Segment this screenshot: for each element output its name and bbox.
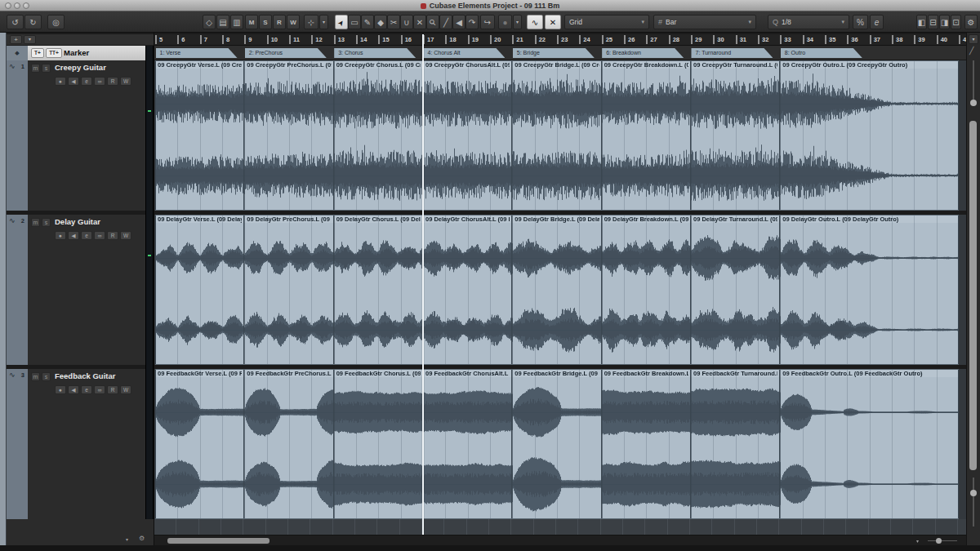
toolbar-setup-gear-button[interactable]: ⚙	[964, 15, 978, 29]
color-tool[interactable]: ↷	[466, 15, 479, 29]
erase-tool[interactable]: ◆	[374, 15, 387, 29]
marker-tag[interactable]: 1: Verse	[156, 48, 238, 58]
grid-type-dropdown[interactable]: # Bar▾	[653, 15, 756, 29]
timeline-ruler[interactable]: 5678910111213141516171819202122232425262…	[154, 34, 966, 46]
left-zone-toggle[interactable]: ◧	[916, 15, 927, 29]
lower-zone-toggle[interactable]: ⊟	[928, 15, 938, 29]
audio-event[interactable]: 09 FeedbackGtr ChorusAlt.L (09 FeedbackG…	[423, 369, 512, 519]
snap-to-zero-crossing-button[interactable]: ∿	[527, 15, 543, 29]
track-solo-button[interactable]: s	[42, 218, 51, 227]
marker-tag[interactable]: 8: Outro	[781, 48, 862, 58]
audio-event[interactable]: 09 FeedbackGtr Verse.L (09 FeedbackGtr V…	[155, 369, 244, 519]
track-mute-button[interactable]: m	[31, 64, 40, 73]
timeline-empty-area[interactable]	[154, 519, 966, 535]
track-mute-button[interactable]: m	[31, 372, 40, 381]
automation-write-button[interactable]: W	[287, 15, 300, 29]
vertical-zoom-slider[interactable]	[973, 478, 974, 527]
activate-solo-button[interactable]: S	[259, 15, 272, 29]
project-cursor-playhead[interactable]	[422, 34, 424, 535]
audio-event[interactable]: 09 FeedbackGtr PreChorus.L (09 FeedbackG…	[244, 369, 333, 519]
right-zone-toggle[interactable]: ◨	[939, 15, 950, 29]
track-list-row-delay-guitar[interactable]: ∿2msDelay Guitar●◀e∞RW	[7, 215, 145, 365]
track-list-divider[interactable]	[154, 33, 154, 545]
autoscroll-button[interactable]: ⊹	[304, 15, 318, 29]
track-list-row-creepy-guitar[interactable]: ∿1msCreepy Guitar●◀e∞RW	[7, 60, 145, 211]
ruler-options-button[interactable]: ▾	[969, 34, 978, 44]
track-write-automation-button[interactable]: W	[120, 231, 131, 240]
add-cycle-marker-button[interactable]: TT+	[46, 48, 62, 58]
color-menu-button[interactable]: ●	[498, 15, 512, 29]
draw-tool[interactable]: ✎	[361, 15, 374, 29]
range-selection-tool[interactable]: ▭	[348, 15, 361, 29]
audio-event[interactable]: 09 FeedbackGtr Turnaround.L (09 Feedback…	[691, 369, 780, 519]
track-list-options-button[interactable]: ▾	[24, 35, 36, 44]
open-pool-button[interactable]: ◇	[203, 15, 216, 29]
waveform-zoom-thumb[interactable]	[970, 100, 977, 106]
track-read-automation-button[interactable]: R	[107, 385, 118, 394]
marker-tag[interactable]: 4: Chorus Alt	[423, 48, 505, 58]
quantize-preset-dropdown[interactable]: Q 1/8▾	[768, 15, 849, 29]
marker-lane[interactable]: 1: Verse2: PreChorus3: Chorus4: Chorus A…	[154, 46, 966, 60]
track-list-expand-arrow[interactable]: ▾	[126, 536, 128, 542]
object-selection-tool[interactable]: ➤	[335, 15, 348, 29]
audio-event[interactable]: 09 CreepyGtr Breakdown.L (09 CreepyGtr B…	[602, 60, 691, 211]
audio-event[interactable]: 09 DelayGtr ChorusAlt.L (09 DelayGtr Cho…	[423, 215, 512, 365]
mute-tool[interactable]: ✕	[413, 15, 426, 29]
zoom-preset-arrow[interactable]: ▾	[916, 538, 919, 544]
add-track-button[interactable]: +	[10, 35, 22, 44]
track-inserts-bypass-button[interactable]: ∞	[94, 385, 105, 394]
marker-tag[interactable]: 2: PreChorus	[245, 48, 327, 58]
track-solo-button[interactable]: s	[42, 372, 51, 381]
vertical-zoom-thumb[interactable]	[970, 490, 977, 496]
track-edit-channel-button[interactable]: e	[81, 385, 92, 394]
track-solo-button[interactable]: s	[42, 64, 51, 73]
zoom-tool[interactable]: ⚲	[426, 15, 439, 29]
automation-read-button[interactable]: R	[273, 15, 286, 29]
audio-event[interactable]: 09 DelayGtr Bridge.L (09 DelayGtr Bridge…	[512, 215, 601, 365]
audio-event[interactable]: 09 FeedbackGtr Outro.L (09 FeedbackGtr O…	[780, 369, 959, 519]
track-monitor-button[interactable]: ◀	[68, 77, 79, 86]
audio-event[interactable]: 09 DelayGtr Breakdown.L (09 DelayGtr Bre…	[602, 215, 691, 365]
audio-event[interactable]: 09 CreepyGtr Verse.L (09 CreepyGtr Verse…	[155, 60, 244, 211]
open-quantize-panel-button[interactable]: e	[870, 15, 884, 29]
track-edit-channel-button[interactable]: e	[81, 77, 92, 86]
track-name[interactable]: Delay Guitar	[55, 217, 100, 226]
iterative-quantize-button[interactable]: %	[853, 15, 868, 29]
track-list-settings-gear[interactable]: ⚙	[139, 535, 145, 542]
color-menu-arrow[interactable]: ▾	[513, 15, 522, 29]
play-tool[interactable]: ◀	[452, 15, 466, 29]
track-edit-channel-button[interactable]: e	[81, 231, 92, 240]
audio-event[interactable]: 09 FeedbackGtr Bridge.L (09 FeedbackGtr …	[512, 369, 601, 519]
redo-button[interactable]: ↻	[24, 15, 42, 29]
track-inserts-bypass-button[interactable]: ∞	[94, 231, 105, 240]
track-write-automation-button[interactable]: W	[120, 385, 131, 394]
line-tool[interactable]: ╱	[439, 15, 452, 29]
track-write-automation-button[interactable]: W	[120, 77, 131, 86]
open-mixconsole-button[interactable]: ▥	[230, 15, 243, 29]
track-record-enable-button[interactable]: ●	[55, 231, 66, 240]
track-name[interactable]: Creepy Guitar	[55, 63, 106, 72]
vertical-scrollbar-thumb[interactable]	[969, 121, 977, 470]
track-monitor-button[interactable]: ◀	[68, 231, 79, 240]
track-record-enable-button[interactable]: ●	[55, 77, 66, 86]
add-marker-button[interactable]: T+	[31, 48, 44, 58]
track-list-row-feedback-guitar[interactable]: ∿3msFeedback Guitar●◀e∞RW	[7, 369, 145, 519]
nudge-button[interactable]: ↪	[480, 15, 495, 29]
audio-event[interactable]: 09 CreepyGtr Bridge.L (09 CreepyGtr Brid…	[512, 60, 601, 211]
audio-event[interactable]: 09 DelayGtr Turnaround.L (09 DelayGtr Tu…	[691, 215, 780, 365]
marker-tag[interactable]: 7: Turnaround	[691, 48, 773, 58]
track-name[interactable]: Feedback Guitar	[55, 371, 115, 380]
horizontal-zoom-slider[interactable]	[928, 540, 957, 541]
split-tool[interactable]: ✂	[387, 15, 400, 29]
window-layout-setup[interactable]: ⊡	[951, 15, 961, 29]
snap-on-off-button[interactable]: ✕	[545, 15, 561, 29]
audio-event[interactable]: 09 CreepyGtr Turnaround.L (09 CreepyGtr …	[691, 60, 780, 211]
audio-event[interactable]: 09 CreepyGtr Chorus.L (09 CreepyGtr Chor…	[334, 60, 423, 211]
audio-event[interactable]: 09 DelayGtr Verse.L (09 DelayGtr Verse)	[155, 215, 244, 365]
audio-event[interactable]: 09 CreepyGtr PreChorus.L (09 CreepyGtr P…	[244, 60, 333, 211]
track-read-automation-button[interactable]: R	[107, 77, 118, 86]
horizontal-zoom-thumb[interactable]	[936, 538, 942, 544]
track-mute-button[interactable]: m	[31, 218, 40, 227]
constrain-delay-compensation-button[interactable]: ◎	[47, 15, 65, 29]
marker-tag[interactable]: 5: Bridge	[513, 48, 595, 58]
